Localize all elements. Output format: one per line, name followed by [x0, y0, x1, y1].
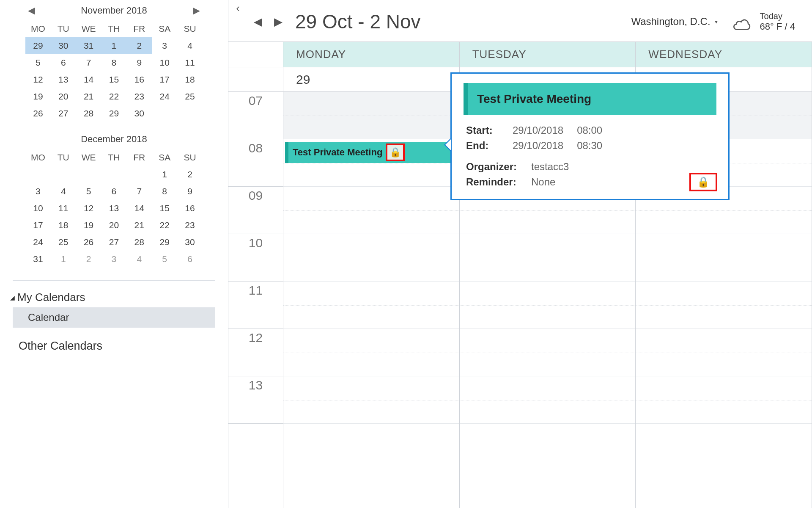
- mini-cal-day[interactable]: 16: [177, 200, 203, 217]
- mini-cal-day[interactable]: 25: [177, 88, 203, 105]
- time-slot[interactable]: [460, 376, 636, 424]
- mini-cal-day[interactable]: 2: [76, 251, 102, 268]
- mini-cal-day[interactable]: 6: [177, 251, 203, 268]
- time-slot[interactable]: [636, 376, 812, 424]
- mini-cal-day[interactable]: 26: [76, 234, 102, 251]
- mini-cal-day[interactable]: 25: [51, 234, 76, 251]
- mini-cal-day[interactable]: 30: [51, 37, 76, 54]
- time-slot[interactable]: [460, 329, 636, 376]
- mini-cal-day[interactable]: 5: [76, 183, 102, 200]
- time-slot[interactable]: [460, 282, 636, 329]
- mini-cal-title[interactable]: December 2018: [25, 134, 203, 145]
- mini-cal-day[interactable]: 20: [102, 217, 127, 234]
- day-header[interactable]: WEDNESDAY: [636, 42, 812, 67]
- mini-cal-day[interactable]: 14: [76, 71, 102, 88]
- mini-cal-day[interactable]: 23: [177, 217, 203, 234]
- location-picker[interactable]: Washington, D.C. ▾: [631, 16, 717, 28]
- mini-cal-day[interactable]: 22: [152, 217, 177, 234]
- day-header[interactable]: TUESDAY: [460, 42, 636, 67]
- mini-cal-day[interactable]: 4: [126, 251, 152, 268]
- mini-cal-day[interactable]: 1: [51, 251, 76, 268]
- mini-cal-day[interactable]: 28: [76, 105, 102, 122]
- time-slot[interactable]: [283, 187, 459, 234]
- mini-cal-day[interactable]: 11: [177, 54, 203, 71]
- weather-widget[interactable]: Today 68° F / 4: [730, 11, 795, 32]
- mini-cal-day[interactable]: 29: [25, 37, 51, 54]
- collapse-sidebar-icon[interactable]: ‹: [236, 2, 240, 15]
- mini-cal-day[interactable]: 18: [177, 71, 203, 88]
- prev-week-icon[interactable]: ◀: [254, 15, 262, 28]
- mini-cal-day[interactable]: 3: [152, 37, 177, 54]
- mini-cal-day[interactable]: 1: [152, 166, 177, 183]
- mini-cal-day[interactable]: 3: [25, 183, 51, 200]
- mini-cal-day[interactable]: 4: [51, 183, 76, 200]
- time-slot[interactable]: [460, 234, 636, 282]
- mini-cal-day[interactable]: 15: [102, 71, 127, 88]
- day-header[interactable]: MONDAY: [283, 42, 459, 67]
- mini-cal-day[interactable]: 29: [102, 105, 127, 122]
- mini-cal-day[interactable]: 24: [25, 234, 51, 251]
- mini-cal-day[interactable]: 9: [126, 54, 152, 71]
- mini-cal-day[interactable]: 27: [102, 234, 127, 251]
- mini-cal-day[interactable]: 21: [126, 217, 152, 234]
- next-month-icon[interactable]: ▶: [190, 5, 203, 16]
- mini-cal-day[interactable]: 14: [126, 200, 152, 217]
- time-slot[interactable]: [283, 234, 459, 282]
- calendar-list-item[interactable]: Calendar: [13, 307, 215, 328]
- mini-cal-day[interactable]: 20: [51, 88, 76, 105]
- mini-cal-day[interactable]: 12: [76, 200, 102, 217]
- mini-cal-day[interactable]: 15: [152, 200, 177, 217]
- mini-cal-day[interactable]: 13: [102, 200, 127, 217]
- mini-cal-day[interactable]: 19: [76, 217, 102, 234]
- mini-cal-day[interactable]: 24: [152, 88, 177, 105]
- mini-cal-day[interactable]: 17: [25, 217, 51, 234]
- mini-cal-day[interactable]: 31: [76, 37, 102, 54]
- time-slot[interactable]: [636, 282, 812, 329]
- mini-cal-day[interactable]: 11: [51, 200, 76, 217]
- mini-cal-day[interactable]: 8: [102, 54, 127, 71]
- prev-month-icon[interactable]: ◀: [25, 5, 38, 16]
- mini-cal-day[interactable]: 7: [126, 183, 152, 200]
- day-number[interactable]: 29: [283, 67, 459, 92]
- mini-cal-day[interactable]: 19: [25, 88, 51, 105]
- mini-cal-day[interactable]: 22: [102, 88, 127, 105]
- other-calendars-group[interactable]: Other Calendars: [0, 328, 228, 356]
- mini-cal-day[interactable]: 31: [25, 251, 51, 268]
- mini-cal-day[interactable]: 2: [126, 37, 152, 54]
- mini-cal-day[interactable]: 1: [102, 37, 127, 54]
- mini-cal-day[interactable]: 8: [152, 183, 177, 200]
- mini-cal-day[interactable]: 27: [51, 105, 76, 122]
- time-slot[interactable]: [283, 282, 459, 329]
- mini-cal-day[interactable]: 12: [25, 71, 51, 88]
- my-calendars-group[interactable]: ◢ My Calendars: [0, 285, 228, 307]
- time-slot[interactable]: [283, 92, 459, 139]
- mini-cal-day[interactable]: 29: [152, 234, 177, 251]
- mini-cal-day[interactable]: 2: [177, 166, 203, 183]
- time-slot[interactable]: [636, 329, 812, 376]
- next-week-icon[interactable]: ▶: [274, 15, 283, 28]
- mini-cal-day[interactable]: 7: [76, 54, 102, 71]
- mini-cal-day[interactable]: 5: [152, 251, 177, 268]
- mini-cal-day[interactable]: 6: [51, 54, 76, 71]
- mini-cal-day[interactable]: 18: [51, 217, 76, 234]
- time-slot[interactable]: [283, 329, 459, 376]
- calendar-event[interactable]: Test Private Meeting🔒: [285, 142, 459, 163]
- time-slot[interactable]: [636, 234, 812, 282]
- mini-cal-day[interactable]: 6: [102, 183, 127, 200]
- mini-cal-day[interactable]: 10: [152, 54, 177, 71]
- mini-cal-day[interactable]: 3: [102, 251, 127, 268]
- mini-cal-day[interactable]: 5: [25, 54, 51, 71]
- mini-cal-day[interactable]: 10: [25, 200, 51, 217]
- mini-cal-title[interactable]: November 2018: [38, 5, 190, 16]
- mini-cal-day[interactable]: 17: [152, 71, 177, 88]
- mini-cal-day[interactable]: 30: [177, 234, 203, 251]
- mini-cal-day[interactable]: 26: [25, 105, 51, 122]
- mini-cal-day[interactable]: 4: [177, 37, 203, 54]
- mini-cal-day[interactable]: 28: [126, 234, 152, 251]
- mini-cal-day[interactable]: 16: [126, 71, 152, 88]
- mini-cal-day[interactable]: 9: [177, 183, 203, 200]
- mini-cal-day[interactable]: 13: [51, 71, 76, 88]
- mini-cal-day[interactable]: 23: [126, 88, 152, 105]
- mini-cal-day[interactable]: 21: [76, 88, 102, 105]
- time-slot[interactable]: [283, 376, 459, 424]
